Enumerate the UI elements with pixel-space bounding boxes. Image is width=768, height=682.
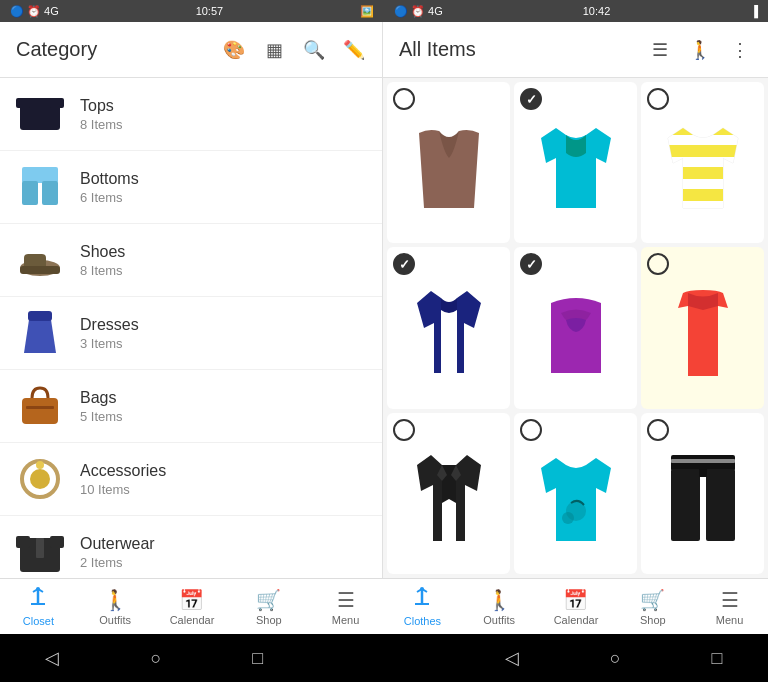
svg-rect-33 <box>671 459 735 463</box>
right-header: All Items ☰ 🚶 ⋮ <box>383 22 768 78</box>
item-9-image <box>658 448 748 548</box>
item-card-1[interactable] <box>387 82 510 243</box>
nav-outfits-right[interactable]: 🚶 Outfits <box>461 582 538 632</box>
calendar-left-icon: 📅 <box>179 588 204 612</box>
svg-point-29 <box>562 512 574 524</box>
android-home-button-right[interactable]: ○ <box>610 648 621 669</box>
android-home-button[interactable]: ○ <box>150 648 161 669</box>
svg-rect-10 <box>28 311 52 321</box>
nav-calendar-right[interactable]: 📅 Calendar <box>538 582 615 632</box>
more-icon[interactable]: ⋮ <box>728 38 752 62</box>
item-5-checkbox[interactable] <box>520 253 542 275</box>
status-left-time: 10:57 <box>196 5 224 17</box>
shop-left-icon: 🛒 <box>256 588 281 612</box>
category-item-tops[interactable]: Tops 8 Items <box>0 78 382 151</box>
item-3-checkbox[interactable] <box>647 88 669 110</box>
item-card-9[interactable] <box>641 413 764 574</box>
status-right-battery: ▐ <box>750 5 758 17</box>
shoes-count: 8 Items <box>80 263 125 278</box>
bottoms-name: Bottoms <box>80 170 139 188</box>
outerwear-info: Outerwear 2 Items <box>80 535 155 570</box>
android-back-button[interactable]: ◁ <box>45 647 59 669</box>
bottom-nav-area: Closet 🚶 Outfits 📅 Calendar 🛒 Shop ☰ Men… <box>0 578 768 634</box>
accessories-thumbnail <box>16 455 64 503</box>
search-icon[interactable]: 🔍 <box>302 38 326 62</box>
bottoms-thumbnail <box>16 163 64 211</box>
svg-rect-34 <box>699 469 707 477</box>
android-recent-button[interactable]: □ <box>252 648 263 669</box>
outerwear-name: Outerwear <box>80 535 155 553</box>
item-card-3[interactable] <box>641 82 764 243</box>
item-card-2[interactable] <box>514 82 637 243</box>
svg-rect-1 <box>16 98 30 108</box>
category-item-dresses[interactable]: Dresses 3 Items <box>0 297 382 370</box>
nav-shop-left[interactable]: 🛒 Shop <box>230 582 307 632</box>
item-7-checkbox[interactable] <box>393 419 415 441</box>
status-right-icons: 🔵 ⏰ 4G <box>394 5 443 18</box>
grid-icon[interactable]: ▦ <box>262 38 286 62</box>
svg-rect-25 <box>663 179 743 189</box>
android-back-button-right[interactable]: ◁ <box>505 647 519 669</box>
dresses-info: Dresses 3 Items <box>80 316 139 351</box>
outfits-left-label: Outfits <box>99 614 131 626</box>
left-header-icons: 🎨 ▦ 🔍 ✏️ <box>222 38 366 62</box>
menu-right-label: Menu <box>716 614 744 626</box>
item-4-checkbox[interactable] <box>393 253 415 275</box>
edit-icon[interactable]: ✏️ <box>342 38 366 62</box>
item-1-checkbox[interactable] <box>393 88 415 110</box>
svg-rect-23 <box>663 157 743 167</box>
nav-calendar-left[interactable]: 📅 Calendar <box>154 582 231 632</box>
right-nav-bar: Clothes 🚶 Outfits 📅 Calendar 🛒 Shop ☰ Me… <box>384 578 768 634</box>
svg-rect-5 <box>42 181 58 205</box>
calendar-left-label: Calendar <box>170 614 215 626</box>
category-item-shoes[interactable]: Shoes 8 Items <box>0 224 382 297</box>
shoes-name: Shoes <box>80 243 125 261</box>
item-2-checkbox[interactable] <box>520 88 542 110</box>
shop-left-label: Shop <box>256 614 282 626</box>
android-nav: ◁ ○ □ ◁ ○ □ <box>0 634 768 682</box>
svg-rect-24 <box>663 167 743 179</box>
bottoms-count: 6 Items <box>80 190 139 205</box>
item-card-4[interactable] <box>387 247 510 408</box>
svg-rect-26 <box>663 189 743 201</box>
status-right-time: 10:42 <box>583 5 611 17</box>
outerwear-count: 2 Items <box>80 555 155 570</box>
item-6-checkbox[interactable] <box>647 253 669 275</box>
shoes-info: Shoes 8 Items <box>80 243 125 278</box>
filter-icon[interactable]: ☰ <box>648 38 672 62</box>
category-item-outerwear[interactable]: Outerwear 2 Items <box>0 516 382 578</box>
palette-icon[interactable]: 🎨 <box>222 38 246 62</box>
category-title: Category <box>16 38 222 61</box>
svg-rect-11 <box>22 398 58 424</box>
shoes-thumbnail <box>16 236 64 284</box>
item-card-7[interactable] <box>387 413 510 574</box>
nav-clothes[interactable]: Clothes <box>384 580 461 633</box>
item-card-5[interactable] <box>514 247 637 408</box>
bags-count: 5 Items <box>80 409 123 424</box>
item-card-6[interactable] <box>641 247 764 408</box>
item-8-image <box>531 448 621 548</box>
svg-point-15 <box>36 461 44 469</box>
nav-outfits-left[interactable]: 🚶 Outfits <box>77 582 154 632</box>
category-item-accessories[interactable]: Accessories 10 Items <box>0 443 382 516</box>
category-item-bags[interactable]: Bags 5 Items <box>0 370 382 443</box>
nav-closet[interactable]: Closet <box>0 580 77 633</box>
svg-rect-4 <box>22 181 38 205</box>
left-panel: Category 🎨 ▦ 🔍 ✏️ Tops <box>0 22 383 578</box>
item-4-image <box>404 283 494 383</box>
android-recent-button-right[interactable]: □ <box>712 648 723 669</box>
person-icon[interactable]: 🚶 <box>688 38 712 62</box>
item-card-8[interactable] <box>514 413 637 574</box>
item-3-image <box>658 118 748 218</box>
items-grid <box>383 78 768 578</box>
nav-menu-right[interactable]: ☰ Menu <box>691 582 768 632</box>
nav-menu-left[interactable]: ☰ Menu <box>307 582 384 632</box>
nav-shop-right[interactable]: 🛒 Shop <box>614 582 691 632</box>
accessories-name: Accessories <box>80 462 166 480</box>
calendar-right-label: Calendar <box>554 614 599 626</box>
item-8-checkbox[interactable] <box>520 419 542 441</box>
category-item-bottoms[interactable]: Bottoms 6 Items <box>0 151 382 224</box>
bags-name: Bags <box>80 389 123 407</box>
item-6-image <box>658 283 748 383</box>
item-9-checkbox[interactable] <box>647 419 669 441</box>
